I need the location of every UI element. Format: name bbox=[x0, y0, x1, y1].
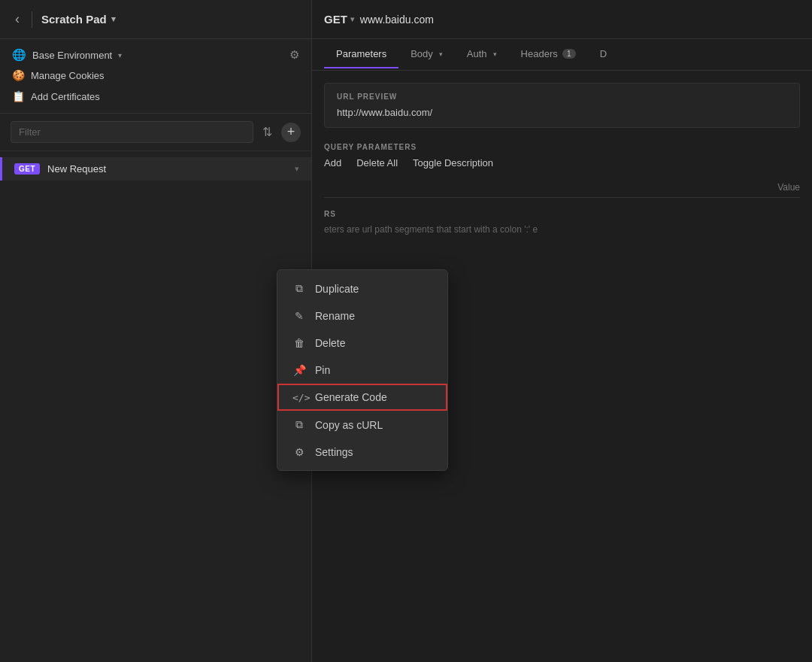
back-button[interactable]: ‹ bbox=[12, 8, 23, 30]
request-item[interactable]: GET New Request ▾ bbox=[0, 157, 311, 181]
menu-label-duplicate: Duplicate bbox=[315, 283, 359, 295]
url-preview-box: URL PREVIEW http://www.baidu.com/ bbox=[324, 83, 800, 128]
pin-icon: 📌 bbox=[292, 364, 306, 376]
menu-item-copy-curl[interactable]: ⧉ Copy as cURL bbox=[277, 411, 447, 439]
params-table: Value bbox=[324, 178, 800, 198]
env-row: 🌐 Base Environment ▾ ⚙ bbox=[12, 48, 299, 62]
certificate-icon: 📋 bbox=[12, 90, 25, 102]
duplicate-icon: ⧉ bbox=[292, 282, 306, 295]
query-params-section: QUERY PARAMETERS Add Delete All Toggle D… bbox=[324, 143, 800, 198]
sidebar: ‹ Scratch Pad ▾ 🌐 Base Environment ▾ ⚙ 🍪… bbox=[0, 0, 312, 662]
method-badge: GET bbox=[14, 163, 40, 175]
menu-label-generate-code: Generate Code bbox=[315, 391, 387, 403]
env-label: Base Environment bbox=[32, 50, 112, 61]
add-certificates-link[interactable]: 📋 Add Certificates bbox=[12, 89, 299, 104]
url-preview-value: http://www.baidu.com/ bbox=[337, 107, 787, 118]
tab-bar: Parameters Body ▾ Auth ▾ Headers 1 bbox=[312, 39, 812, 71]
scratch-pad-chevron: ▾ bbox=[111, 14, 116, 24]
menu-label-rename: Rename bbox=[315, 310, 355, 322]
scratch-pad-label: Scratch Pad bbox=[41, 13, 107, 26]
manage-cookies-label: Manage Cookies bbox=[31, 70, 105, 81]
params-table-header: Value bbox=[324, 178, 800, 198]
cookie-icon: 🍪 bbox=[12, 69, 25, 81]
method-label: GET bbox=[324, 13, 347, 26]
env-selector[interactable]: 🌐 Base Environment ▾ bbox=[12, 48, 122, 62]
menu-label-pin: Pin bbox=[315, 364, 330, 376]
auth-chevron: ▾ bbox=[493, 50, 497, 58]
delete-all-button[interactable]: Delete All bbox=[356, 157, 398, 169]
copy-curl-icon: ⧉ bbox=[292, 418, 306, 431]
url-display[interactable]: www.baidu.com bbox=[360, 14, 800, 26]
sidebar-header: ‹ Scratch Pad ▾ bbox=[0, 0, 311, 39]
toggle-description-button[interactable]: Toggle Description bbox=[413, 157, 493, 169]
env-chevron: ▾ bbox=[118, 51, 122, 59]
add-param-button[interactable]: Add bbox=[324, 157, 341, 169]
headers-badge: 1 bbox=[562, 49, 576, 59]
col-name-header bbox=[324, 182, 562, 193]
tab-body[interactable]: Body ▾ bbox=[398, 41, 455, 68]
filter-row: ⇅ + bbox=[0, 114, 311, 151]
tab-headers[interactable]: Headers 1 bbox=[509, 41, 588, 68]
manage-cookies-link[interactable]: 🍪 Manage Cookies bbox=[12, 68, 299, 83]
tab-parameters[interactable]: Parameters bbox=[324, 41, 398, 68]
method-chevron: ▾ bbox=[350, 15, 354, 23]
menu-item-settings[interactable]: ⚙ Settings bbox=[277, 439, 447, 466]
menu-item-generate-code[interactable]: </> Generate Code bbox=[277, 384, 447, 411]
method-selector[interactable]: GET ▾ bbox=[324, 13, 354, 26]
menu-label-copy-curl: Copy as cURL bbox=[315, 419, 383, 431]
globe-icon: 🌐 bbox=[12, 48, 26, 62]
tab-auth[interactable]: Auth ▾ bbox=[455, 41, 509, 68]
context-menu: ⧉ Duplicate ✎ Rename 🗑 Delete 📌 Pin </> … bbox=[277, 269, 448, 471]
rename-icon: ✎ bbox=[292, 310, 306, 322]
generate-code-icon: </> bbox=[292, 392, 306, 403]
params-actions: Add Delete All Toggle Description bbox=[324, 157, 800, 169]
sidebar-env: 🌐 Base Environment ▾ ⚙ 🍪 Manage Cookies … bbox=[0, 39, 311, 114]
header-divider bbox=[32, 11, 32, 28]
menu-label-delete: Delete bbox=[315, 337, 345, 349]
gear-icon[interactable]: ⚙ bbox=[289, 48, 299, 62]
settings-icon: ⚙ bbox=[292, 446, 306, 458]
menu-item-duplicate[interactable]: ⧉ Duplicate bbox=[277, 275, 447, 302]
add-certificates-label: Add Certificates bbox=[31, 91, 100, 102]
url-preview-label: URL PREVIEW bbox=[337, 93, 787, 101]
delete-icon: 🗑 bbox=[292, 337, 306, 349]
path-params-label: RS bbox=[324, 210, 800, 218]
tab-more[interactable]: D bbox=[588, 41, 619, 68]
body-chevron: ▾ bbox=[439, 50, 443, 58]
add-request-button[interactable]: + bbox=[281, 123, 301, 142]
menu-item-rename[interactable]: ✎ Rename bbox=[277, 302, 447, 329]
menu-label-settings: Settings bbox=[315, 446, 353, 458]
menu-item-pin[interactable]: 📌 Pin bbox=[277, 357, 447, 384]
sidebar-items: GET New Request ▾ bbox=[0, 151, 311, 662]
sort-button[interactable]: ⇅ bbox=[259, 122, 275, 142]
path-params-desc: eters are url path segments that start w… bbox=[324, 224, 800, 235]
filter-input[interactable] bbox=[11, 121, 253, 143]
request-chevron: ▾ bbox=[295, 164, 299, 174]
col-value-header: Value bbox=[562, 182, 801, 193]
request-name: New Request bbox=[47, 163, 287, 175]
query-params-label: QUERY PARAMETERS bbox=[324, 143, 800, 151]
url-bar: GET ▾ www.baidu.com bbox=[312, 0, 812, 39]
scratch-pad-title[interactable]: Scratch Pad ▾ bbox=[41, 13, 116, 26]
menu-item-delete[interactable]: 🗑 Delete bbox=[277, 329, 447, 357]
